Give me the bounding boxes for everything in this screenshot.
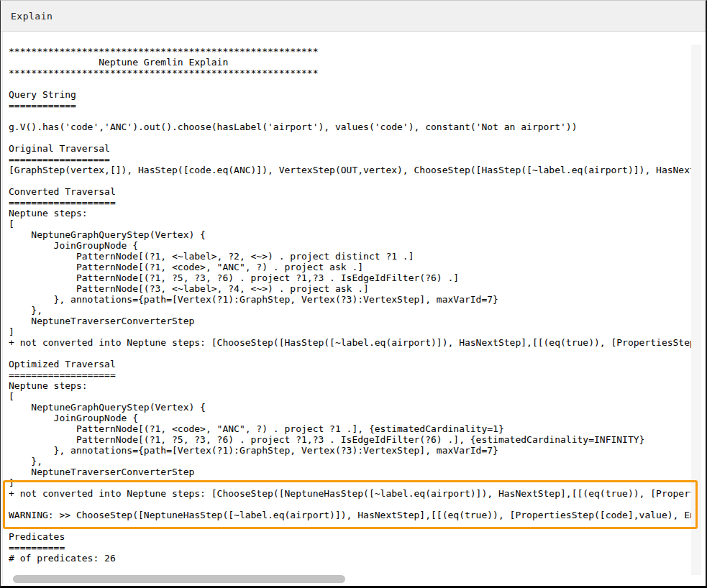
horizontal-scrollbar-thumb[interactable] xyxy=(13,575,345,583)
explain-output-area: ****************************************… xyxy=(1,32,706,586)
explain-output-window: Explain ********************************… xyxy=(0,0,707,588)
vertical-scrollbar[interactable] xyxy=(691,45,701,575)
tab-explain[interactable]: Explain xyxy=(1,11,53,22)
output-tab-bar: Explain xyxy=(1,1,706,32)
explain-output-text: ****************************************… xyxy=(1,46,693,565)
